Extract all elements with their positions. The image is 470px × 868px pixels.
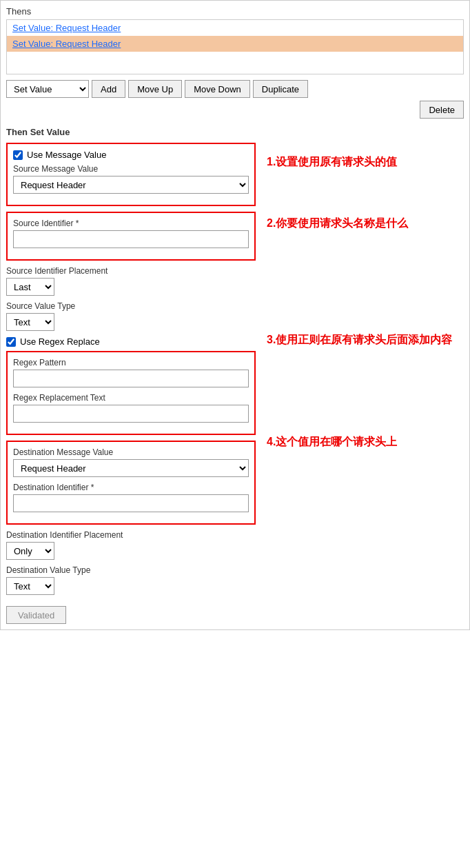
regex-pattern-label: Regex Pattern [13,358,249,367]
annotation4-text: 4.这个值用在哪个请求头上 [267,435,397,450]
then-item-1[interactable]: Set Value: Request Header [7,20,463,36]
use-regex-replace-checkbox-row: Use Regex Replace [6,336,256,347]
regex-pattern-form-group: Regex Pattern $ [13,358,249,387]
source-message-value-label: Source Message Value [13,164,249,174]
source-identifier-placement-select[interactable]: Last [6,278,54,296]
use-regex-replace-checkbox[interactable] [6,337,16,347]
destination-value-type-label: Destination Value Type [6,565,256,575]
source-value-type-select[interactable]: Text [6,313,54,331]
regex-group: Regex Pattern $ Regex Replacement Text _… [6,351,256,435]
validated-button: Validated [6,606,66,624]
form-right: 1.设置使用原有请求头的值 2.你要使用请求头名称是什么 3.使用正则在原有请求… [261,143,464,624]
source-identifier-form-group: Source Identifier * CustomHeader [13,219,249,248]
then-set-value-label: Then Set Value [6,127,464,137]
source-value-type-group: Source Value Type Text [6,301,256,331]
thens-list: Set Value: Request Header Set Value: Req… [6,19,464,74]
destination-identifier-form-group: Destination Identifier * CustomHeader [13,483,249,512]
delete-button[interactable]: Delete [420,101,464,119]
annotation2-block: 2.你要使用请求头名称是什么 [267,211,464,231]
source-identifier-group: Source Identifier * CustomHeader [6,212,256,261]
source-identifier-placement-label: Source Identifier Placement [6,266,256,276]
toolbar-row2: Delete [6,101,464,119]
annotation2-text: 2.你要使用请求头名称是什么 [267,216,408,231]
source-identifier-label: Source Identifier * [13,219,249,228]
thens-label: Thens [6,6,464,17]
source-value-type-label: Source Value Type [6,301,256,311]
regex-replacement-form-group: Regex Replacement Text _NewContent [13,393,249,423]
regex-replacement-label: Regex Replacement Text [13,393,249,403]
use-message-value-checkbox-row: Use Message Value [13,150,249,160]
use-message-value-group: Use Message Value Source Message Value R… [6,143,256,206]
destination-value-type-select[interactable]: Text [6,577,54,595]
main-container: Thens Set Value: Request Header Set Valu… [0,0,470,630]
source-message-value-group: Source Message Value Request Header [13,164,249,194]
use-regex-replace-label: Use Regex Replace [20,336,100,347]
annotation3-block: 3.使用正则在原有请求头后面添加内容 [267,327,464,347]
use-message-value-checkbox-label: Use Message Value [27,150,106,160]
destination-message-value-select[interactable]: Request Header [13,459,249,477]
destination-group: Destination Message Value Request Header… [6,441,256,525]
regex-pattern-input[interactable]: $ [13,370,249,387]
source-identifier-placement-group: Source Identifier Placement Last [6,266,256,296]
destination-identifier-input[interactable]: CustomHeader [13,494,249,512]
destination-value-type-group: Destination Value Type Text [6,565,256,595]
destination-placement-group: Destination Identifier Placement Only [6,530,256,560]
toolbar-row1: Set Value Add Move Up Move Down Duplicat… [6,80,464,98]
form-left: Use Message Value Source Message Value R… [6,143,261,624]
destination-placement-select[interactable]: Only [6,542,54,560]
move-down-button[interactable]: Move Down [185,80,250,98]
source-message-value-select[interactable]: Request Header [13,176,249,194]
duplicate-button[interactable]: Duplicate [253,80,308,98]
add-button[interactable]: Add [92,80,125,98]
destination-message-value-group: Destination Message Value Request Header [13,447,249,477]
move-up-button[interactable]: Move Up [128,80,182,98]
source-identifier-input[interactable]: CustomHeader [13,230,249,248]
regex-replacement-input[interactable]: _NewContent [13,405,249,423]
annotation4-block: 4.这个值用在哪个请求头上 [267,430,464,450]
destination-message-value-label: Destination Message Value [13,447,249,457]
annotation1-text: 1.设置使用原有请求头的值 [267,155,397,170]
annotation1-block: 1.设置使用原有请求头的值 [267,150,464,170]
destination-placement-label: Destination Identifier Placement [6,530,256,540]
use-message-value-checkbox[interactable] [13,150,23,160]
then-item-2[interactable]: Set Value: Request Header [7,36,463,52]
form-area: Use Message Value Source Message Value R… [6,143,464,624]
annotation3-text: 3.使用正则在原有请求头后面添加内容 [267,333,452,347]
action-select[interactable]: Set Value [6,80,89,98]
destination-identifier-label: Destination Identifier * [13,483,249,492]
